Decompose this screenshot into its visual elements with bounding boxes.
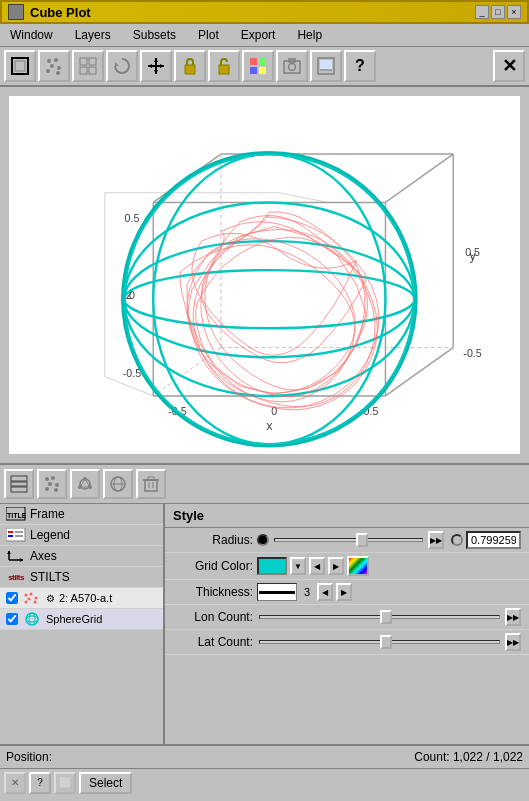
- menu-layers[interactable]: Layers: [69, 26, 117, 44]
- svg-point-74: [45, 487, 49, 491]
- radius-label: Radius:: [173, 533, 253, 547]
- svg-point-6: [46, 69, 50, 73]
- svg-point-71: [51, 476, 55, 480]
- svg-rect-22: [259, 58, 266, 65]
- frame-toolbar-btn[interactable]: [4, 50, 36, 82]
- svg-rect-9: [89, 58, 96, 65]
- layers-panel: TITLE Frame Legend: [0, 504, 165, 744]
- lon-count-row: Lon Count: ▶▶: [165, 605, 529, 630]
- count-label: Count:: [414, 750, 449, 764]
- stilts-layer-label: STILTS: [30, 570, 70, 584]
- svg-point-26: [289, 64, 296, 71]
- menu-export[interactable]: Export: [235, 26, 282, 44]
- radius-row: Radius: ▶▶: [165, 528, 529, 553]
- svg-rect-93: [6, 528, 25, 541]
- export-toolbar-btn[interactable]: [310, 50, 342, 82]
- menu-plot[interactable]: Plot: [192, 26, 225, 44]
- svg-text:TITLE: TITLE: [7, 512, 26, 519]
- frame-layer-label: Frame: [30, 507, 65, 521]
- radius-slider-thumb[interactable]: [356, 533, 368, 547]
- svg-point-105: [35, 597, 38, 600]
- radius-input[interactable]: [466, 531, 521, 549]
- lat-slider-thumb[interactable]: [380, 635, 392, 649]
- lat-jump-btn[interactable]: ▶▶: [505, 633, 521, 651]
- svg-point-7: [56, 71, 60, 75]
- svg-text:-0.5: -0.5: [463, 347, 481, 359]
- svg-point-70: [45, 477, 49, 481]
- back-btn[interactable]: ✕: [4, 772, 26, 794]
- forward-btn[interactable]: ⬜: [54, 772, 76, 794]
- menu-help[interactable]: Help: [291, 26, 328, 44]
- svg-point-106: [25, 601, 28, 604]
- globe-mini-btn[interactable]: [103, 469, 133, 499]
- svg-point-108: [26, 613, 38, 625]
- layer-spheregrid[interactable]: SphereGrid: [0, 609, 163, 630]
- snapshot-toolbar-btn[interactable]: [276, 50, 308, 82]
- toolbar: ? ✕: [0, 47, 529, 87]
- radius-radio-selected[interactable]: [257, 534, 269, 546]
- radius-jump-btn[interactable]: ▶▶: [428, 531, 444, 549]
- svg-rect-10: [80, 67, 87, 74]
- svg-marker-100: [7, 551, 11, 554]
- thickness-row: Thickness: 3 ◀ ▶: [165, 580, 529, 605]
- frame-layer-icon: TITLE: [6, 507, 26, 521]
- window-title: Cube Plot: [30, 5, 91, 20]
- close-title-btn[interactable]: ×: [507, 5, 521, 19]
- scatter-toolbar-btn[interactable]: [38, 50, 70, 82]
- a570-layer-icon: [22, 591, 42, 605]
- lat-count-label: Lat Count:: [173, 635, 253, 649]
- svg-point-2: [47, 59, 51, 63]
- position-label: Position:: [6, 750, 52, 764]
- thickness-next[interactable]: ▶: [336, 583, 352, 601]
- help-toolbar-btn[interactable]: ?: [344, 50, 376, 82]
- grid-color-swatch[interactable]: [257, 557, 287, 575]
- axes-layer-icon: [6, 549, 26, 563]
- radius-radio-manual[interactable]: [451, 534, 463, 546]
- layer-legend[interactable]: Legend: [0, 525, 163, 546]
- layer-a570[interactable]: ⚙ 2: A570-a.t: [0, 588, 163, 609]
- thickness-prev[interactable]: ◀: [317, 583, 333, 601]
- color-toolbar-btn[interactable]: [242, 50, 274, 82]
- grid-color-next[interactable]: ▶: [328, 557, 344, 575]
- select-button[interactable]: Select: [79, 772, 132, 794]
- layers-view-mini-btn[interactable]: [4, 469, 34, 499]
- svg-rect-21: [250, 58, 257, 65]
- lock-toolbar-btn[interactable]: [174, 50, 206, 82]
- node-mini-btn[interactable]: [70, 469, 100, 499]
- svg-point-4: [50, 64, 54, 68]
- svg-text:0.5: 0.5: [465, 246, 480, 258]
- svg-rect-69: [11, 487, 27, 492]
- thickness-value: 3: [304, 586, 310, 598]
- layer-axes[interactable]: Axes: [0, 546, 163, 567]
- layer-a570-checkbox[interactable]: [6, 592, 18, 604]
- svg-text:0.5: 0.5: [125, 212, 140, 224]
- svg-rect-1: [15, 61, 25, 71]
- svg-point-5: [57, 66, 61, 70]
- menu-subsets[interactable]: Subsets: [127, 26, 182, 44]
- layer-spheregrid-checkbox[interactable]: [6, 613, 18, 625]
- grid-color-prev[interactable]: ◀: [309, 557, 325, 575]
- svg-marker-18: [160, 64, 164, 68]
- grid-color-dropdown[interactable]: ▼: [290, 557, 306, 575]
- scatter-mini-btn[interactable]: [37, 469, 67, 499]
- svg-point-72: [48, 482, 52, 486]
- grid-toolbar-btn[interactable]: [72, 50, 104, 82]
- layer-frame[interactable]: TITLE Frame: [0, 504, 163, 525]
- minimize-btn[interactable]: _: [475, 5, 489, 19]
- lon-slider-thumb[interactable]: [380, 610, 392, 624]
- delete-mini-btn[interactable]: [136, 469, 166, 499]
- legend-layer-label: Legend: [30, 528, 70, 542]
- maximize-btn[interactable]: □: [491, 5, 505, 19]
- question-btn[interactable]: ?: [29, 772, 51, 794]
- move-toolbar-btn[interactable]: [140, 50, 172, 82]
- grid-color-picker[interactable]: [347, 556, 369, 576]
- layer-stilts[interactable]: stilts STILTS: [0, 567, 163, 588]
- refresh-toolbar-btn[interactable]: [106, 50, 138, 82]
- unlock-toolbar-btn[interactable]: [208, 50, 240, 82]
- lon-jump-btn[interactable]: ▶▶: [505, 608, 521, 626]
- a570-layer-name: 2: A570-a.t: [59, 592, 112, 604]
- close-toolbar-btn[interactable]: ✕: [493, 50, 525, 82]
- count-value: 1,022 / 1,022: [453, 750, 523, 764]
- menu-window[interactable]: Window: [4, 26, 59, 44]
- legend-layer-icon: [6, 528, 26, 542]
